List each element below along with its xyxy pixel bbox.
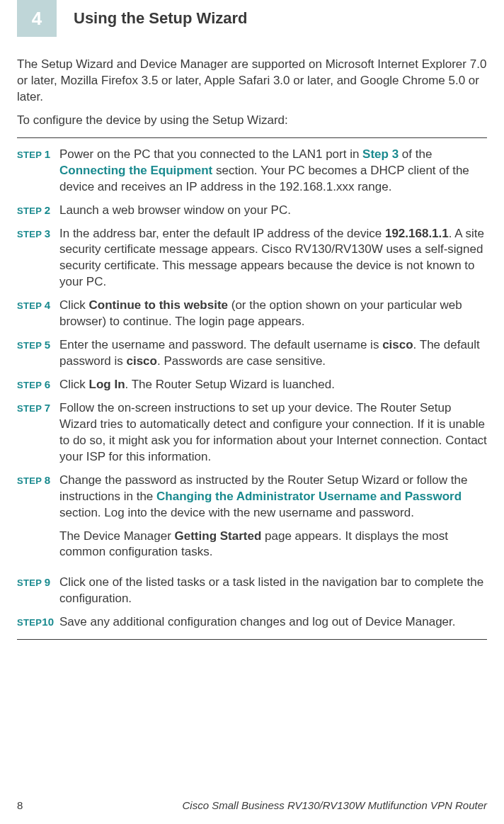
step-body: Change the password as instructed by the… (59, 473, 487, 568)
section-header: 4 Using the Setup Wizard (17, 0, 487, 37)
step-10: STEP10 Save any additional configuration… (17, 614, 487, 631)
step-label: STEP 5 (17, 337, 59, 370)
continue-website: Continue to this website (89, 298, 228, 312)
step-label: STEP 9 (17, 575, 59, 607)
step-9: STEP 9 Click one of the listed tasks or … (17, 575, 487, 607)
xref-connecting-equipment[interactable]: Connecting the Equipment (59, 164, 212, 177)
getting-started-page: Getting Started (175, 529, 262, 543)
intro-paragraph-1: The Setup Wizard and Device Manager are … (17, 57, 487, 106)
xref-step3[interactable]: Step 3 (362, 147, 399, 161)
step-6: STEP 6 Click Log In. The Router Setup Wi… (17, 377, 487, 393)
divider-bottom (17, 639, 487, 640)
step-label: STEP 8 (17, 473, 59, 568)
step-5: STEP 5 Enter the username and password. … (17, 337, 487, 370)
step-label: STEP 4 (17, 298, 59, 330)
section-number-badge: 4 (17, 0, 57, 37)
step-body: Click Continue to this website (or the o… (59, 298, 487, 330)
footer-product-name: Cisco Small Business RV130/RV130W Mutlif… (183, 799, 487, 811)
step-body: Enter the username and password. The def… (59, 337, 487, 370)
step-1: STEP 1 Power on the PC that you connecte… (17, 147, 487, 196)
step-label: STEP 2 (17, 203, 59, 219)
section-title: Using the Setup Wizard (74, 9, 247, 28)
step-8: STEP 8 Change the password as instructed… (17, 473, 487, 568)
default-password: cisco (126, 354, 156, 368)
step-3: STEP 3 In the address bar, enter the def… (17, 226, 487, 291)
intro-paragraph-2: To configure the device by using the Set… (17, 113, 487, 129)
divider-top (17, 137, 487, 138)
xref-changing-password[interactable]: Changing the Administrator Username and … (156, 490, 462, 503)
step-label: STEP 6 (17, 377, 59, 393)
step-label: STEP 7 (17, 400, 59, 465)
step-body: Launch a web browser window on your PC. (59, 203, 487, 219)
page-number: 8 (17, 799, 23, 811)
step-label: STEP 1 (17, 147, 59, 196)
page-footer: 8 Cisco Small Business RV130/RV130W Mutl… (17, 799, 487, 811)
step-7: STEP 7 Follow the on-screen instructions… (17, 400, 487, 465)
default-ip: 192.168.1.1 (385, 227, 449, 240)
log-in-button-text: Log In (89, 378, 125, 391)
step-body: Save any additional configuration change… (59, 614, 487, 631)
step-body: Click one of the listed tasks or a task … (59, 575, 487, 607)
step-4: STEP 4 Click Continue to this website (o… (17, 298, 487, 330)
step-body: Power on the PC that you connected to th… (59, 147, 487, 196)
step-label: STEP 3 (17, 226, 59, 291)
step-label: STEP10 (17, 614, 59, 631)
step-body: Click Log In. The Router Setup Wizard is… (59, 377, 487, 393)
default-username: cisco (382, 338, 413, 351)
step-body: Follow the on-screen instructions to set… (59, 400, 487, 465)
step-2: STEP 2 Launch a web browser window on yo… (17, 203, 487, 219)
step-body: In the address bar, enter the default IP… (59, 226, 487, 291)
